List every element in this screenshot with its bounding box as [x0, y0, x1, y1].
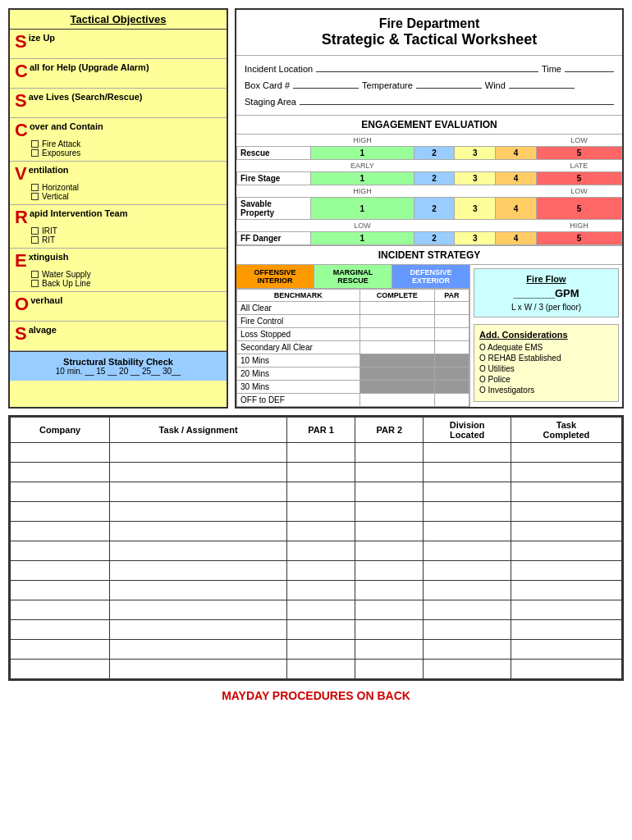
fire-flow-gpm[interactable]: _______GPM	[479, 287, 613, 299]
staging-area-field[interactable]	[300, 94, 614, 105]
cell-task[interactable]	[110, 502, 287, 522]
fs-val-1[interactable]: 1	[311, 172, 414, 185]
cell-division[interactable]	[424, 660, 511, 679]
cell-company[interactable]	[11, 541, 110, 561]
cell-par1[interactable]	[286, 522, 355, 541]
cell-division[interactable]	[424, 443, 511, 463]
cell-par1[interactable]	[286, 561, 355, 581]
cell-par1[interactable]	[286, 443, 355, 463]
complete-off-to-def[interactable]	[360, 394, 434, 407]
par-off-to-def[interactable]	[434, 394, 469, 407]
cell-division[interactable]	[424, 482, 511, 502]
cell-par1[interactable]	[286, 640, 355, 660]
cell-company[interactable]	[11, 463, 110, 482]
cell-par1[interactable]	[286, 482, 355, 502]
complete-20mins[interactable]	[360, 368, 434, 381]
checkbox-exposures[interactable]	[31, 149, 39, 157]
cell-completed[interactable]	[511, 640, 621, 660]
marginal-rescue-btn[interactable]: MARGINALRESCUE	[314, 265, 392, 288]
complete-all-clear[interactable]	[360, 302, 434, 315]
cell-task[interactable]	[110, 660, 287, 679]
incident-location-field[interactable]	[316, 61, 538, 72]
cell-completed[interactable]	[511, 463, 621, 482]
par-fire-control[interactable]	[434, 315, 469, 328]
cell-task[interactable]	[110, 640, 287, 660]
cell-division[interactable]	[424, 600, 511, 620]
cell-completed[interactable]	[511, 443, 621, 463]
fd-val-4[interactable]: 4	[496, 232, 537, 245]
checkbox-water-supply[interactable]	[31, 271, 39, 278]
sp-val-4[interactable]: 4	[496, 198, 537, 220]
fd-val-2[interactable]: 2	[414, 232, 455, 245]
fd-val-1[interactable]: 1	[311, 232, 414, 245]
cell-division[interactable]	[424, 502, 511, 522]
par-20mins[interactable]	[434, 368, 469, 381]
par-loss-stopped[interactable]	[434, 328, 469, 341]
complete-loss-stopped[interactable]	[360, 328, 434, 341]
cell-par2[interactable]	[355, 620, 424, 640]
par-all-clear[interactable]	[434, 302, 469, 315]
checkbox-backup-line[interactable]	[31, 280, 39, 287]
cell-completed[interactable]	[511, 660, 621, 679]
cell-par1[interactable]	[286, 620, 355, 640]
cell-company[interactable]	[11, 581, 110, 600]
cell-completed[interactable]	[511, 600, 621, 620]
cell-company[interactable]	[11, 600, 110, 620]
par-10mins[interactable]	[434, 354, 469, 368]
cell-par2[interactable]	[355, 463, 424, 482]
rescue-val-3[interactable]: 3	[455, 147, 496, 160]
par-secondary-all-clear[interactable]	[434, 341, 469, 354]
cell-par2[interactable]	[355, 522, 424, 541]
cell-division[interactable]	[424, 541, 511, 561]
cell-company[interactable]	[11, 561, 110, 581]
fs-val-4[interactable]: 4	[496, 172, 537, 185]
cell-company[interactable]	[11, 620, 110, 640]
cell-division[interactable]	[424, 463, 511, 482]
cell-company[interactable]	[11, 640, 110, 660]
cell-completed[interactable]	[511, 522, 621, 541]
complete-fire-control[interactable]	[360, 315, 434, 328]
par-30mins[interactable]	[434, 381, 469, 394]
cell-task[interactable]	[110, 581, 287, 600]
cell-task[interactable]	[110, 443, 287, 463]
rescue-val-2[interactable]: 2	[414, 147, 455, 160]
complete-secondary-all-clear[interactable]	[360, 341, 434, 354]
cell-par1[interactable]	[286, 502, 355, 522]
cell-par2[interactable]	[355, 482, 424, 502]
defensive-exterior-btn[interactable]: DEFENSIVEEXTERIOR	[392, 265, 469, 288]
cell-par2[interactable]	[355, 502, 424, 522]
cell-company[interactable]	[11, 443, 110, 463]
sp-val-3[interactable]: 3	[455, 198, 496, 220]
cell-task[interactable]	[110, 463, 287, 482]
cell-par1[interactable]	[286, 660, 355, 679]
cell-par2[interactable]	[355, 600, 424, 620]
sp-val-5[interactable]: 5	[536, 198, 621, 220]
fs-val-3[interactable]: 3	[455, 172, 496, 185]
temperature-field[interactable]	[416, 77, 482, 89]
cell-par2[interactable]	[355, 660, 424, 679]
cell-completed[interactable]	[511, 620, 621, 640]
cell-task[interactable]	[110, 600, 287, 620]
cell-task[interactable]	[110, 522, 287, 541]
cell-company[interactable]	[11, 502, 110, 522]
cell-par1[interactable]	[286, 581, 355, 600]
checkbox-fire-attack[interactable]	[31, 140, 39, 148]
cell-par2[interactable]	[355, 640, 424, 660]
cell-task[interactable]	[110, 541, 287, 561]
offensive-interior-btn[interactable]: OFFENSIVEINTERIOR	[236, 265, 314, 288]
cell-par2[interactable]	[355, 561, 424, 581]
cell-division[interactable]	[424, 640, 511, 660]
wind-field[interactable]	[509, 77, 575, 89]
cell-division[interactable]	[424, 581, 511, 600]
cell-company[interactable]	[11, 482, 110, 502]
cell-division[interactable]	[424, 522, 511, 541]
fs-val-5[interactable]: 5	[536, 172, 621, 185]
cell-completed[interactable]	[511, 581, 621, 600]
complete-10mins[interactable]	[360, 354, 434, 368]
cell-task[interactable]	[110, 620, 287, 640]
time-field[interactable]	[565, 61, 614, 72]
cell-division[interactable]	[424, 620, 511, 640]
complete-30mins[interactable]	[360, 381, 434, 394]
cell-company[interactable]	[11, 660, 110, 679]
checkbox-rit[interactable]	[31, 236, 39, 244]
